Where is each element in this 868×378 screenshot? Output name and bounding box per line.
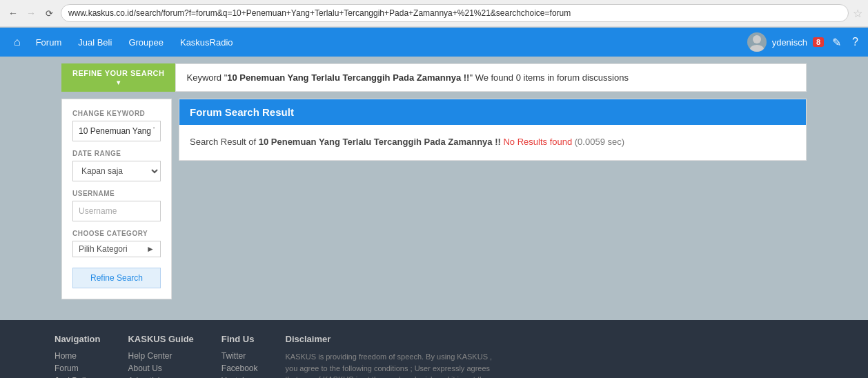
result-box: Forum Search Result Search Result of 10 …	[179, 99, 807, 161]
address-bar[interactable]	[61, 4, 849, 22]
search-result-banner: Keyword "10 Penemuan Yang Terlalu Tercan…	[175, 63, 807, 92]
username-input[interactable]	[72, 201, 161, 221]
footer: Navigation Home Forum Jual Beli KASKUS G…	[0, 320, 868, 378]
left-panel: CHANGE KEYWORD DATE RANGE Kapan saja USE…	[61, 99, 172, 299]
help-icon[interactable]: ?	[849, 36, 861, 48]
category-label: CHOOSE CATEGORY	[72, 230, 161, 237]
footer-guide-helpcenter[interactable]: Help Center	[128, 351, 193, 361]
home-button[interactable]: ⌂	[7, 28, 28, 57]
refine-label: REFINE YOUR SEARCH	[72, 69, 164, 77]
nav-buttons: ← → ⟳	[6, 6, 57, 21]
svg-point-0	[753, 35, 761, 43]
two-col-layout: CHANGE KEYWORD DATE RANGE Kapan saja USE…	[61, 99, 807, 299]
browser-toolbar: ← → ⟳ ☆	[0, 0, 868, 27]
category-value: Pilih Kategori	[79, 244, 128, 254]
result-keyword: 10 Penemuan Yang Terlalu Tercanggih Pada…	[259, 137, 501, 147]
keyword-input[interactable]	[72, 121, 161, 141]
result-body: Search Result of 10 Penemuan Yang Terlal…	[179, 125, 806, 160]
date-range-label: DATE RANGE	[72, 150, 161, 157]
refresh-button[interactable]: ⟳	[41, 6, 57, 21]
footer-inner: Navigation Home Forum Jual Beli KASKUS G…	[55, 334, 813, 378]
username-label: USERNAME	[72, 190, 161, 197]
nav-item-forum[interactable]: Forum	[28, 28, 70, 57]
search-header-bar: REFINE YOUR SEARCH Keyword "10 Penemuan …	[61, 63, 807, 92]
footer-disclaimer-title: Disclaimer	[286, 334, 493, 344]
nav-item-kaskusradio[interactable]: KaskusRadio	[172, 28, 241, 57]
category-arrow-icon: ►	[146, 244, 155, 254]
footer-findus-twitter[interactable]: Twitter	[221, 351, 258, 361]
browser-chrome: ← → ⟳ ☆	[0, 0, 868, 28]
date-range-select[interactable]: Kapan saja	[72, 161, 161, 181]
footer-disclaimer-text: KASKUS is providing freedom of speech. B…	[286, 351, 493, 378]
footer-nav-title: Navigation	[55, 334, 100, 344]
nav-item-groupee[interactable]: Groupee	[120, 28, 172, 57]
result-no-results: No Results found	[501, 137, 575, 147]
footer-guide-col: KASKUS Guide Help Center About Us Advert…	[128, 334, 193, 378]
footer-findus-col: Find Us Twitter Facebook Youtube	[221, 334, 258, 378]
top-nav-right: ydenisch 8 ✎ ?	[747, 32, 861, 52]
main-content: REFINE YOUR SEARCH Keyword "10 Penemuan …	[55, 57, 813, 306]
forward-button[interactable]: →	[23, 6, 39, 21]
result-header: Forum Search Result	[179, 99, 806, 125]
top-navigation: ⌂ Forum Jual Beli Groupee KaskusRadio yd…	[0, 28, 868, 57]
back-button[interactable]: ←	[6, 6, 21, 21]
right-panel: Forum Search Result Search Result of 10 …	[179, 99, 807, 299]
result-timing: (0.0059 sec)	[575, 137, 624, 147]
refine-panel: CHANGE KEYWORD DATE RANGE Kapan saja USE…	[61, 99, 172, 299]
notification-badge[interactable]: 8	[813, 37, 824, 47]
refine-tab[interactable]: REFINE YOUR SEARCH	[61, 63, 175, 92]
footer-guide-title: KASKUS Guide	[128, 334, 193, 344]
footer-nav-forum[interactable]: Forum	[55, 364, 100, 373]
refine-search-button[interactable]: Refine Search	[72, 268, 161, 288]
svg-point-1	[750, 45, 764, 52]
change-keyword-label: CHANGE KEYWORD	[72, 110, 161, 117]
banner-keyword: 10 Penemuan Yang Terlalu Tercanggih Pada…	[227, 72, 469, 83]
footer-guide-aboutus[interactable]: About Us	[128, 364, 193, 373]
footer-disclaimer-col: Disclaimer KASKUS is providing freedom o…	[286, 334, 493, 378]
banner-text: Keyword "10 Penemuan Yang Terlalu Tercan…	[186, 72, 628, 83]
footer-nav-col: Navigation Home Forum Jual Beli	[55, 334, 100, 378]
bookmark-icon[interactable]: ☆	[853, 7, 862, 20]
edit-icon[interactable]: ✎	[829, 36, 844, 49]
avatar	[747, 32, 767, 52]
nav-item-jualbeli[interactable]: Jual Beli	[70, 28, 120, 57]
footer-nav-home[interactable]: Home	[55, 351, 100, 361]
username-label: ydenisch	[772, 37, 807, 48]
result-prefix: Search Result of	[190, 137, 259, 147]
category-select[interactable]: Pilih Kategori ►	[72, 241, 161, 257]
footer-findus-facebook[interactable]: Facebook	[221, 364, 258, 373]
footer-findus-title: Find Us	[221, 334, 258, 344]
